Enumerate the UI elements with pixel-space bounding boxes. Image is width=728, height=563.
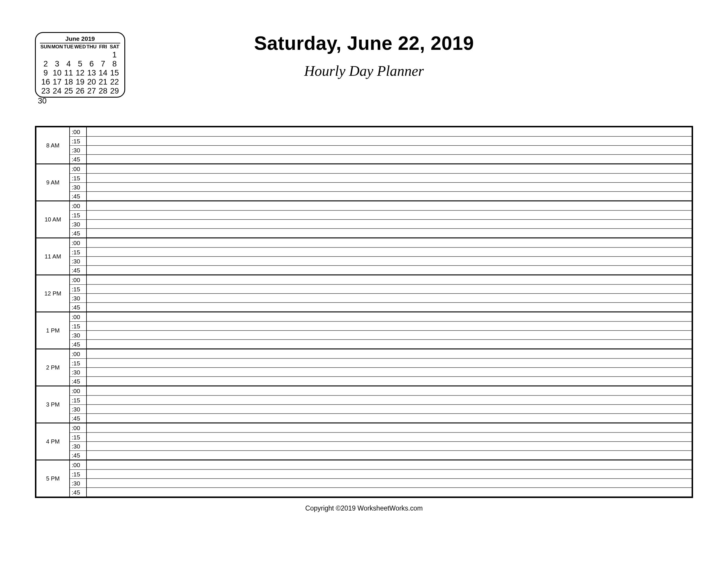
- quarter-slot: [87, 303, 692, 312]
- quarter-label: :15: [70, 396, 87, 405]
- hour-block: 4 PM:00:15:30:45: [36, 423, 692, 460]
- mini-cal-day: 29: [109, 86, 120, 96]
- hour-label: 5 PM: [36, 460, 70, 497]
- quarter-row: :30: [70, 479, 692, 488]
- hour-label: 8 AM: [36, 127, 70, 163]
- quarter-slot: [87, 164, 692, 173]
- quarter-label: :30: [70, 331, 87, 340]
- quarter-slot: [87, 220, 692, 228]
- mini-cal-day: 4: [63, 59, 74, 68]
- mini-cal-day: 19: [74, 77, 86, 86]
- mini-cal-col-thu: THU: [86, 43, 97, 50]
- quarter-label: :30: [70, 405, 87, 414]
- quarter-slot: [87, 442, 692, 451]
- quarter-slot: [87, 183, 692, 191]
- quarter-label: :30: [70, 368, 87, 377]
- hour-block: 1 PM:00:15:30:45: [36, 312, 692, 349]
- planner-grid: 8 AM:00:15:30:459 AM:00:15:30:4510 AM:00…: [35, 126, 693, 498]
- mini-calendar-title: June 2019: [40, 35, 120, 43]
- quarter-label: :30: [70, 257, 87, 265]
- quarter-row: :15: [70, 173, 692, 182]
- hour-label: 2 PM: [36, 350, 70, 386]
- quarter-label: :15: [70, 433, 87, 442]
- quarter-slot: [87, 396, 692, 405]
- quarter-slot: [87, 340, 692, 349]
- hour-block: 8 AM:00:15:30:45: [36, 127, 692, 163]
- quarter-row: :15: [70, 433, 692, 442]
- quarter-label: :45: [70, 266, 87, 274]
- quarter-label: :00: [70, 460, 87, 470]
- header: June 2019 SUN MON TUE WED THU FRI SAT: [35, 32, 693, 105]
- hour-block: 9 AM:00:15:30:45: [36, 163, 692, 200]
- quarter-slot: [87, 460, 692, 470]
- mini-cal-day: [51, 50, 63, 59]
- quarter-label: :15: [70, 285, 87, 294]
- mini-cal-day: 26: [74, 86, 86, 96]
- quarter-row: :30: [70, 219, 692, 228]
- quarter-label: :45: [70, 340, 87, 349]
- quarter-label: :15: [70, 211, 87, 219]
- mini-cal-day: 5: [74, 59, 86, 68]
- title-block: Saturday, June 22, 2019 Hourly Day Plann…: [125, 32, 603, 79]
- mini-cal-col-mon: MON: [51, 43, 63, 50]
- quarter-row: :45: [70, 414, 692, 423]
- footer-copyright: Copyright ©2019 WorksheetWorks.com: [35, 504, 693, 512]
- mini-cal-day: 21: [97, 77, 109, 86]
- hour-label: 3 PM: [36, 387, 70, 423]
- quarter-slot: [87, 350, 692, 359]
- mini-cal-day: 7: [97, 59, 109, 68]
- quarter-slot: [87, 127, 692, 136]
- mini-calendar: June 2019 SUN MON TUE WED THU FRI SAT: [35, 32, 125, 98]
- quarter-slot: [87, 201, 692, 210]
- hour-block: 12 PM:00:15:30:45: [36, 274, 692, 312]
- quarters: :00:15:30:45: [70, 275, 692, 312]
- quarters: :00:15:30:45: [70, 313, 692, 349]
- mini-cal-day: 13: [86, 68, 97, 77]
- quarter-row: :45: [70, 228, 692, 237]
- quarter-slot: [87, 405, 692, 414]
- quarter-label: :00: [70, 350, 87, 359]
- quarter-slot: [87, 174, 692, 182]
- quarter-row: :00: [70, 350, 692, 359]
- quarter-slot: [87, 451, 692, 460]
- mini-calendar-wrap: June 2019 SUN MON TUE WED THU FRI SAT: [35, 32, 125, 105]
- quarter-slot: [87, 238, 692, 247]
- quarter-slot: [87, 488, 692, 497]
- mini-cal-day: 10: [51, 68, 63, 77]
- quarters: :00:15:30:45: [70, 350, 692, 386]
- quarter-row: :30: [70, 442, 692, 451]
- quarter-slot: [87, 423, 692, 433]
- quarter-slot: [87, 137, 692, 145]
- quarter-label: :15: [70, 470, 87, 479]
- quarter-slot: [87, 229, 692, 237]
- mini-cal-day: 6: [86, 59, 97, 68]
- quarter-label: :15: [70, 137, 87, 145]
- quarter-row: :15: [70, 359, 692, 368]
- quarter-label: :45: [70, 155, 87, 163]
- quarter-slot: [87, 192, 692, 200]
- quarter-slot: [87, 294, 692, 303]
- quarter-row: :30: [70, 145, 692, 154]
- quarter-label: :30: [70, 479, 87, 488]
- hour-label: 4 PM: [36, 423, 70, 460]
- quarter-label: :00: [70, 238, 87, 247]
- mini-calendar-body: 1 2345678 9101112131415 16171819202122 2…: [40, 50, 120, 96]
- quarter-label: :45: [70, 303, 87, 312]
- quarter-label: :00: [70, 423, 87, 433]
- quarter-label: :30: [70, 146, 87, 154]
- mini-cal-col-wed: WED: [74, 43, 86, 50]
- quarter-slot: [87, 285, 692, 294]
- quarter-label: :30: [70, 220, 87, 228]
- mini-cal-day: 27: [86, 86, 97, 96]
- quarter-row: :45: [70, 191, 692, 200]
- quarter-row: :30: [70, 331, 692, 340]
- quarter-slot: [87, 479, 692, 488]
- quarter-row: :00: [70, 460, 692, 470]
- mini-cal-day: 3: [51, 59, 63, 68]
- mini-cal-day: 20: [86, 77, 97, 86]
- quarter-slot: [87, 331, 692, 340]
- quarter-label: :15: [70, 359, 87, 368]
- mini-cal-day: 25: [63, 86, 74, 96]
- quarters: :00:15:30:45: [70, 164, 692, 200]
- quarter-row: :00: [70, 238, 692, 247]
